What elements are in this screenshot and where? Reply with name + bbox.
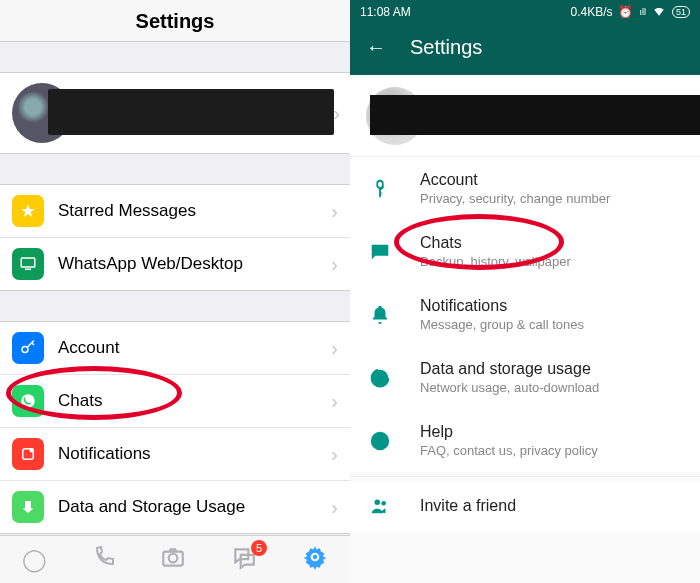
row-title: Data and storage usage [420, 360, 599, 378]
spacer [0, 291, 350, 321]
status-indicators: 0.4KB/s ⏰ ıll 51 [570, 4, 690, 21]
battery-icon: 51 [672, 6, 690, 18]
chevron-right-icon: › [331, 496, 338, 519]
volte-icon: ıll [639, 7, 646, 17]
starred-messages-row[interactable]: ★ Starred Messages › [0, 185, 350, 237]
svg-rect-1 [25, 269, 31, 271]
chats-tab[interactable]: 5 [231, 544, 257, 576]
chevron-right-icon: › [331, 443, 338, 466]
chevron-right-icon: › [333, 102, 340, 125]
chevron-right-icon: › [331, 200, 338, 223]
key-icon [368, 178, 392, 200]
row-title: Account [420, 171, 610, 189]
row-title: Chats [420, 234, 571, 252]
row-subtitle: Privacy, security, change number [420, 191, 610, 206]
svg-point-5 [30, 448, 35, 453]
svg-rect-0 [21, 258, 35, 267]
account-row[interactable]: Account Privacy, security, change number [350, 157, 700, 220]
data-icon [12, 491, 44, 523]
row-subtitle: Message, group & call tones [420, 317, 584, 332]
ios-page-title: Settings [0, 0, 350, 41]
desktop-icon [12, 248, 44, 280]
ios-settings-screen: Settings › ★ Starred Messages › WhatsApp… [0, 0, 350, 583]
android-profile-row[interactable] [350, 75, 700, 157]
status-tab[interactable]: ◯ [22, 547, 47, 573]
help-row[interactable]: Help FAQ, contact us, privacy policy [350, 409, 700, 472]
wifi-icon [652, 4, 666, 21]
chat-icon [368, 241, 392, 263]
row-label: Data and Storage Usage [58, 497, 245, 517]
row-title: Help [420, 423, 598, 441]
ios-profile-row[interactable]: › [0, 72, 350, 154]
divider [350, 476, 700, 477]
redacted-name [370, 95, 700, 135]
data-storage-row[interactable]: Data and Storage Usage › [0, 480, 350, 533]
status-bar: 11:08 AM 0.4KB/s ⏰ ıll 51 [350, 0, 700, 24]
group1: ★ Starred Messages › WhatsApp Web/Deskto… [0, 184, 350, 291]
svg-point-11 [372, 369, 389, 386]
row-subtitle: FAQ, contact us, privacy policy [420, 443, 598, 458]
row-label: Account [58, 338, 119, 358]
row-title: Notifications [420, 297, 584, 315]
star-icon: ★ [12, 195, 44, 227]
row-label: Chats [58, 391, 102, 411]
calls-tab[interactable] [92, 545, 116, 575]
chats-row[interactable]: Chats Backup, history, wallpaper [350, 220, 700, 283]
settings-tab[interactable] [302, 544, 328, 576]
chats-row[interactable]: Chats › [0, 374, 350, 427]
row-subtitle: Network usage, auto-download [420, 380, 599, 395]
data-usage-icon [368, 367, 392, 389]
row-label: Notifications [58, 444, 151, 464]
people-icon [368, 495, 392, 517]
row-label: WhatsApp Web/Desktop [58, 254, 243, 274]
svg-point-14 [375, 500, 381, 506]
row-label: Starred Messages [58, 201, 196, 221]
svg-point-3 [21, 394, 35, 408]
spacer [0, 154, 350, 184]
status-time: 11:08 AM [360, 5, 411, 19]
chevron-right-icon: › [331, 390, 338, 413]
camera-tab[interactable] [160, 544, 186, 576]
notifications-row[interactable]: Notifications Message, group & call tone… [350, 283, 700, 346]
toolbar-title: Settings [410, 36, 482, 59]
row-subtitle: Backup, history, wallpaper [420, 254, 571, 269]
svg-point-13 [379, 444, 381, 446]
bell-icon [368, 304, 392, 326]
tab-bar: ◯ 5 [0, 535, 350, 583]
row-title: Invite a friend [420, 497, 516, 515]
whatsapp-web-row[interactable]: WhatsApp Web/Desktop › [0, 237, 350, 290]
notifications-row[interactable]: Notifications › [0, 427, 350, 480]
svg-point-7 [169, 553, 178, 562]
back-button[interactable]: ← [366, 36, 386, 59]
spacer [0, 42, 350, 72]
alarm-icon: ⏰ [618, 5, 633, 19]
chevron-right-icon: › [331, 337, 338, 360]
account-row[interactable]: Account › [0, 322, 350, 374]
key-icon [12, 332, 44, 364]
svg-point-10 [313, 554, 317, 558]
notification-icon [12, 438, 44, 470]
help-icon [368, 430, 392, 452]
invite-friend-row[interactable]: Invite a friend [350, 481, 700, 531]
unread-badge: 5 [251, 540, 267, 556]
toolbar: ← Settings [350, 24, 700, 75]
group2: Account › Chats › Notifications › Data a… [0, 321, 350, 534]
svg-point-15 [381, 501, 386, 506]
chevron-right-icon: › [331, 253, 338, 276]
svg-point-2 [22, 347, 28, 353]
whatsapp-icon [12, 385, 44, 417]
android-settings-screen: 11:08 AM 0.4KB/s ⏰ ıll 51 ← Settings Acc… [350, 0, 700, 583]
network-speed: 0.4KB/s [570, 5, 612, 19]
redacted-name [48, 89, 334, 135]
settings-list: Account Privacy, security, change number… [350, 157, 700, 531]
data-usage-row[interactable]: Data and storage usage Network usage, au… [350, 346, 700, 409]
